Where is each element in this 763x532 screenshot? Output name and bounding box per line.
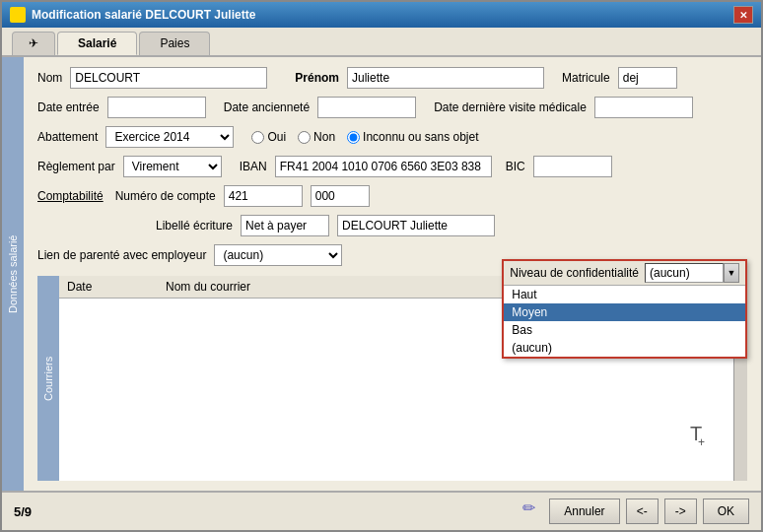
prenom-label: Prénom (295, 71, 339, 85)
date-entree-label: Date entrée (37, 100, 100, 114)
close-button[interactable]: ✕ (733, 6, 753, 24)
date-visite-label: Date dernière visite médicale (434, 100, 587, 114)
ok-button[interactable]: OK (703, 499, 749, 524)
radio-inconnu-label: Inconnu ou sans objet (363, 130, 478, 144)
window-title: Modification salarié DELCOURT Juliette (32, 8, 255, 22)
libelle-row: Libellé écriture (37, 215, 747, 236)
reglement-label: Règlement par (37, 160, 115, 173)
titlebar: Modification salarié DELCOURT Juliette ✕ (2, 2, 761, 28)
dropdown-arrow-btn[interactable]: ▼ (724, 263, 739, 283)
annuler-button[interactable]: Annuler (549, 499, 619, 524)
date-entree-input[interactable] (107, 97, 206, 118)
nom-input[interactable] (70, 67, 267, 89)
dropdown-list: Haut Moyen Bas (aucun) (504, 286, 745, 357)
window-icon (10, 7, 26, 23)
edit-icon: ✏ (522, 499, 535, 524)
abattement-label: Abattement (37, 130, 98, 144)
radio-oui-item: Oui (251, 130, 286, 144)
radio-inconnu-item: Inconnu ou sans objet (347, 130, 478, 144)
niveau-select-display[interactable]: (aucun) (645, 263, 724, 283)
dropdown-item-bas[interactable]: Bas (504, 321, 745, 339)
matricule-input[interactable] (618, 67, 677, 89)
radio-oui-label: Oui (267, 130, 286, 144)
dropdown-item-moyen[interactable]: Moyen (504, 303, 745, 321)
tab-bar: ✈ Salarié Paies (2, 28, 761, 57)
comptabilite-row: Comptabilité Numéro de compte (37, 185, 747, 207)
niveau-label: Niveau de confidentialité (510, 266, 639, 280)
airplane-icon: ✈ (29, 36, 38, 50)
date-visite-input[interactable] (594, 97, 693, 118)
dates-row: Date entrée Date ancienneté Date dernièr… (37, 97, 747, 118)
titlebar-left: Modification salarié DELCOURT Juliette (10, 7, 255, 23)
page-info: 5/9 (14, 504, 32, 519)
comptabilite-label: Comptabilité (37, 189, 104, 203)
side-label-courriers: Courriers (37, 276, 59, 481)
iban-input[interactable] (275, 156, 492, 177)
footer-buttons: ✏ Annuler <- -> OK (522, 499, 749, 524)
radio-non-label: Non (313, 130, 335, 144)
abattement-row: Abattement Exercice 2014 Oui Non (37, 126, 747, 148)
dropdown-item-haut[interactable]: Haut (504, 286, 745, 303)
content-area: Données salarié Nom Prénom Matricule Dat… (2, 57, 761, 491)
abattement-select[interactable]: Exercice 2014 (105, 126, 234, 148)
reglement-row: Règlement par Virement IBAN BIC (37, 156, 747, 177)
dropdown-trigger-row: Niveau de confidentialité (aucun) ▼ (504, 261, 745, 286)
numero-compte-label: Numéro de compte (115, 189, 216, 203)
radio-non-item: Non (298, 130, 335, 144)
footer: 5/9 ✏ Annuler <- -> OK (2, 491, 761, 530)
matricule-label: Matricule (562, 71, 610, 85)
next-button[interactable]: -> (664, 499, 697, 524)
radio-non[interactable] (298, 131, 311, 144)
radio-group: Oui Non Inconnu ou sans objet (251, 130, 478, 144)
nom-row: Nom Prénom Matricule (37, 67, 747, 89)
col-date-header: Date (67, 280, 146, 294)
bic-label: BIC (506, 160, 525, 173)
iban-label: IBAN (240, 160, 267, 173)
libelle-label: Libellé écriture (156, 219, 233, 233)
niveau-current-value: (aucun) (650, 266, 690, 280)
tab-salarie[interactable]: Salarié (57, 32, 137, 55)
tab-icon[interactable]: ✈ (12, 32, 55, 55)
lien-label: Lien de parenté avec employeur (37, 248, 206, 262)
side-label-donnees: Données salarié (2, 57, 24, 491)
libelle2-input[interactable] (337, 215, 495, 236)
radio-inconnu[interactable] (347, 131, 360, 144)
date-anciennete-input[interactable] (317, 97, 416, 118)
reglement-select[interactable]: Virement (123, 156, 222, 177)
numero-compte-input[interactable] (224, 185, 303, 207)
prenom-input[interactable] (347, 67, 544, 89)
text-cursor-icon: T + (690, 419, 718, 451)
date-anciennete-label: Date ancienneté (224, 100, 310, 114)
radio-oui[interactable] (251, 131, 264, 144)
main-window: Modification salarié DELCOURT Juliette ✕… (0, 0, 763, 532)
nom-label: Nom (37, 71, 62, 85)
dropdown-item-aucun[interactable]: (aucun) (504, 339, 745, 357)
numero-compte2-input[interactable] (311, 185, 370, 207)
libelle-input[interactable] (241, 215, 329, 236)
form-area: Nom Prénom Matricule Date entrée Date an… (24, 57, 761, 491)
bic-input[interactable] (533, 156, 612, 177)
lien-select[interactable]: (aucun) (214, 244, 342, 266)
tab-paies[interactable]: Paies (139, 32, 210, 55)
svg-text:+: + (698, 435, 705, 446)
prev-button[interactable]: <- (626, 499, 659, 524)
confidentialite-dropdown: Niveau de confidentialité (aucun) ▼ Haut… (502, 259, 747, 359)
